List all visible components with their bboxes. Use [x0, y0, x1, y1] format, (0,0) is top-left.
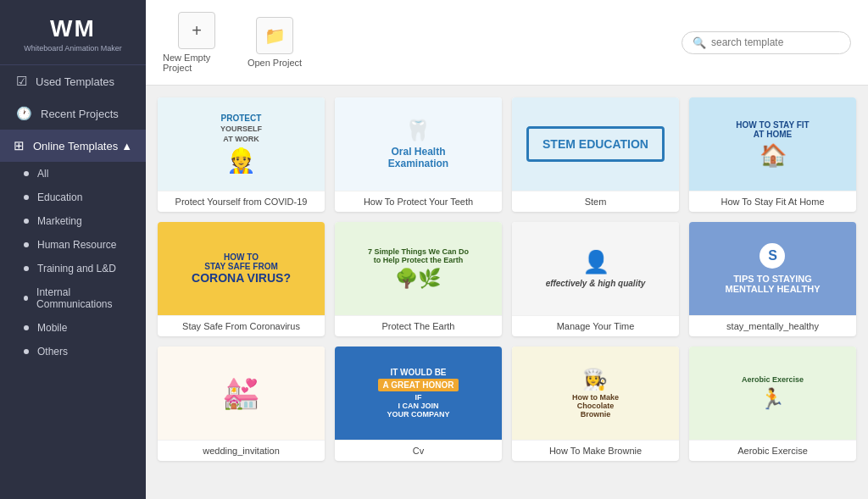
- template-thumb-3: STEM EDUCATION: [512, 97, 679, 191]
- template-label-11: How To Make Brownie: [512, 440, 679, 461]
- new-project-button[interactable]: + New Empty Project: [163, 12, 231, 73]
- open-project-button[interactable]: 📁 Open Project: [241, 17, 309, 68]
- open-project-label: Open Project: [248, 58, 302, 68]
- sidebar-sub-mobile[interactable]: Mobile: [0, 316, 146, 340]
- sidebar-item-online-templates[interactable]: ⊞ Online Templates ▲: [0, 130, 146, 162]
- template-thumb-1: PROTECT YOURSELF AT WORK 👷: [158, 97, 325, 191]
- sidebar-item-online-templates-label: Online Templates: [33, 140, 118, 152]
- toolbar: + New Empty Project 📁 Open Project 🔍: [146, 0, 868, 86]
- template-thumb-10: IT WOULD BE A GREAT HONOR IF I CAN JOIN …: [335, 347, 502, 440]
- online-templates-icon: ⊞: [14, 138, 25, 153]
- template-thumb-4: HOW TO STAY FIT AT HOME 🏠: [689, 97, 856, 191]
- sidebar-sub-marketing-label: Marketing: [37, 215, 82, 227]
- sidebar-sub-all[interactable]: All: [0, 162, 146, 186]
- sidebar-sub-internal-comms[interactable]: Internal Communications: [0, 280, 146, 316]
- template-label-4: How To Stay Fit At Home: [689, 191, 856, 212]
- used-templates-icon: ☑: [16, 74, 27, 89]
- new-project-label: New Empty Project: [163, 53, 231, 73]
- template-card-1[interactable]: PROTECT YOURSELF AT WORK 👷 Protect Yours…: [158, 97, 325, 212]
- dot-icon: [24, 242, 29, 247]
- open-project-icon: 📁: [256, 17, 293, 54]
- search-icon: 🔍: [693, 36, 706, 49]
- template-card-10[interactable]: IT WOULD BE A GREAT HONOR IF I CAN JOIN …: [335, 347, 502, 461]
- main-content: + New Empty Project 📁 Open Project 🔍 PRO…: [146, 0, 868, 499]
- sidebar-sub-education-label: Education: [37, 191, 82, 203]
- sidebar: WM Whiteboard Animation Maker ☑ Used Tem…: [0, 0, 146, 499]
- template-label-8: stay_mentally_healthy: [689, 315, 856, 336]
- new-project-icon: +: [178, 12, 215, 49]
- dot-icon: [24, 296, 28, 301]
- sidebar-sub-mobile-label: Mobile: [37, 322, 67, 334]
- sidebar-sub-others-label: Others: [37, 346, 68, 358]
- template-card-8[interactable]: S TIPS TO STAYINGMENTALLY HEALTHY stay_m…: [689, 222, 856, 336]
- sidebar-sub-training-label: Training and L&D: [37, 263, 116, 274]
- template-label-9: wedding_invitation: [158, 440, 325, 461]
- sidebar-sub-human-resource[interactable]: Human Resource: [0, 233, 146, 257]
- template-card-2[interactable]: 🦷 Oral HealthExamination How To Protect …: [335, 97, 502, 212]
- template-label-12: Aerobic Exercise: [689, 440, 856, 461]
- sidebar-sub-internal-comms-label: Internal Communications: [36, 286, 132, 310]
- sidebar-item-used-templates[interactable]: ☑ Used Templates: [0, 65, 146, 97]
- logo-subtitle: Whiteboard Animation Maker: [8, 44, 137, 53]
- search-box[interactable]: 🔍: [682, 31, 851, 54]
- template-label-6: Protect The Earth: [335, 315, 502, 336]
- sidebar-sub-human-resource-label: Human Resource: [37, 239, 116, 251]
- dot-icon: [24, 349, 29, 354]
- template-card-9[interactable]: 💒 wedding_invitation: [158, 347, 325, 461]
- template-thumb-7: 👤 effectively & high quality: [512, 222, 679, 315]
- template-card-5[interactable]: HOW TO STAY SAFE FROM CORONA VIRUS? Stay…: [158, 222, 325, 336]
- template-thumb-9: 💒: [158, 347, 325, 440]
- recent-projects-icon: 🕐: [16, 106, 32, 121]
- template-thumb-2: 🦷 Oral HealthExamination: [335, 97, 502, 191]
- template-label-5: Stay Safe From Coronavirus: [158, 315, 325, 336]
- sidebar-sub-training[interactable]: Training and L&D: [0, 257, 146, 280]
- search-input[interactable]: [711, 36, 840, 48]
- sidebar-item-recent-projects-label: Recent Projects: [41, 108, 119, 120]
- template-thumb-11: 👩‍🍳 How to MakeChocolateBrownie: [512, 347, 679, 440]
- template-thumb-5: HOW TO STAY SAFE FROM CORONA VIRUS?: [158, 222, 325, 315]
- template-card-4[interactable]: HOW TO STAY FIT AT HOME 🏠 How To Stay Fi…: [689, 97, 856, 212]
- template-thumb-12: Aerobic Exercise 🏃: [689, 347, 856, 440]
- sidebar-item-recent-projects[interactable]: 🕐 Recent Projects: [0, 97, 146, 130]
- template-label-2: How To Protect Your Teeth: [335, 191, 502, 212]
- template-card-7[interactable]: 👤 effectively & high quality Manage Your…: [512, 222, 679, 336]
- dot-icon: [24, 219, 29, 224]
- template-card-12[interactable]: Aerobic Exercise 🏃 Aerobic Exercise: [689, 347, 856, 461]
- template-card-11[interactable]: 👩‍🍳 How to MakeChocolateBrownie How To M…: [512, 347, 679, 461]
- dot-icon: [24, 325, 29, 330]
- logo-initials: WM: [8, 15, 137, 42]
- dot-icon: [24, 195, 29, 200]
- template-thumb-8: S TIPS TO STAYINGMENTALLY HEALTHY: [689, 222, 856, 315]
- sidebar-sub-others[interactable]: Others: [0, 340, 146, 363]
- template-label-10: Cv: [335, 440, 502, 461]
- chevron-up-icon: ▲: [121, 140, 132, 152]
- app-logo: WM Whiteboard Animation Maker: [0, 0, 146, 65]
- sidebar-sub-education[interactable]: Education: [0, 186, 146, 209]
- template-card-3[interactable]: STEM EDUCATION Stem: [512, 97, 679, 212]
- template-label-3: Stem: [512, 191, 679, 212]
- sidebar-item-used-templates-label: Used Templates: [36, 75, 114, 88]
- dot-icon: [24, 171, 29, 176]
- template-label-7: Manage Your Time: [512, 315, 679, 336]
- template-thumb-6: 7 Simple Things We Can Do to Help Protec…: [335, 222, 502, 315]
- sidebar-sub-all-label: All: [37, 168, 48, 180]
- template-grid: PROTECT YOURSELF AT WORK 👷 Protect Yours…: [146, 86, 868, 499]
- dot-icon: [24, 266, 29, 271]
- sidebar-sub-marketing[interactable]: Marketing: [0, 209, 146, 233]
- template-label-1: Protect Yourself from COVID-19: [158, 191, 325, 212]
- template-card-6[interactable]: 7 Simple Things We Can Do to Help Protec…: [335, 222, 502, 336]
